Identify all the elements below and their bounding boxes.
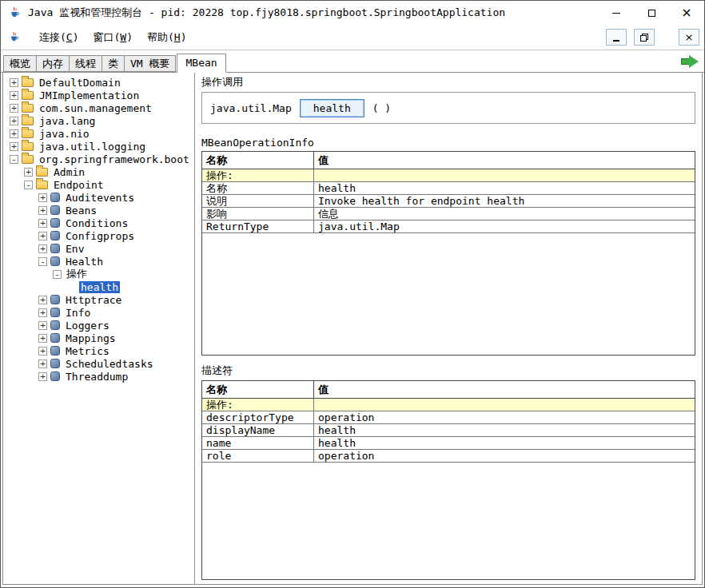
mbean-icon — [50, 371, 60, 381]
tree-item-jm-implementation[interactable]: +JMImplementation — [3, 89, 194, 101]
mbean-icon — [50, 218, 60, 228]
column-header[interactable]: 值 — [314, 381, 695, 398]
collapse-icon[interactable]: - — [53, 270, 62, 279]
table-row[interactable]: ReturnTypejava.util.Map — [202, 220, 695, 233]
expand-icon[interactable]: + — [38, 347, 47, 356]
menu-window[interactable]: 窗口(W) — [90, 29, 134, 46]
tab-memory[interactable]: 内存 — [36, 55, 70, 72]
expand-icon[interactable]: + — [38, 193, 47, 202]
row-name-cell: 说明 — [202, 195, 314, 207]
row-value-cell — [314, 399, 695, 411]
table-row[interactable]: namehealth — [202, 437, 695, 450]
table-row[interactable]: displayNamehealth — [202, 424, 695, 437]
tree-item-env[interactable]: +Env — [3, 242, 194, 255]
mbean-icon — [50, 346, 60, 356]
folder-icon — [22, 91, 34, 100]
tree-item-java-lang[interactable]: +java.lang — [3, 114, 194, 127]
tree-item-admin[interactable]: +Admin — [3, 165, 194, 178]
tree-item-health[interactable]: -Health — [3, 255, 194, 268]
frame-restore-button[interactable] — [634, 29, 655, 46]
descriptor-title: 描述符 — [201, 364, 695, 378]
tab-threads[interactable]: 线程 — [69, 55, 102, 72]
tree-item-loggers[interactable]: +Loggers — [3, 319, 194, 332]
collapse-icon[interactable]: - — [24, 181, 33, 189]
row-value-cell: health — [314, 182, 695, 194]
close-button[interactable]: × — [669, 1, 704, 25]
tree-item-httptrace[interactable]: +Httptrace — [3, 293, 194, 306]
expand-icon[interactable]: + — [38, 334, 47, 343]
tree-item-java-nio[interactable]: +java.nio — [3, 127, 194, 140]
expand-icon[interactable]: + — [10, 142, 18, 151]
expand-icon[interactable]: + — [38, 372, 47, 381]
expand-icon[interactable]: + — [38, 308, 47, 317]
tree-item-health-operation[interactable]: health — [3, 280, 194, 293]
maximize-button[interactable] — [634, 1, 669, 25]
table-row[interactable]: 操作: — [202, 399, 695, 411]
tree-item-metrics[interactable]: +Metrics — [3, 344, 194, 357]
expand-icon[interactable]: + — [38, 321, 47, 330]
collapse-icon[interactable]: - — [38, 257, 47, 266]
tab-vm-summary[interactable]: VM 概要 — [124, 55, 176, 72]
expand-icon[interactable]: + — [38, 219, 47, 228]
menu-bar: 连接(C)窗口(W)帮助(H) × — [1, 25, 704, 50]
table-row[interactable]: descriptorTypeoperation — [202, 411, 695, 424]
tab-overview[interactable]: 概览 — [3, 55, 37, 72]
expand-icon[interactable]: + — [38, 360, 47, 368]
tree-item-configprops[interactable]: +Configprops — [3, 229, 194, 242]
tree-item-conditions[interactable]: +Conditions — [3, 217, 194, 229]
tree-item-label: Info — [64, 307, 92, 319]
tree-item-label: JMImplementation — [38, 89, 141, 101]
tab-mbean[interactable]: MBean — [177, 54, 225, 73]
table-row[interactable]: 影响信息 — [202, 208, 695, 220]
folder-icon — [22, 142, 34, 151]
tree-item-mappings[interactable]: +Mappings — [3, 332, 194, 344]
tree-item-org-springframework-boot[interactable]: -org.springframework.boot — [3, 153, 194, 165]
menu-help[interactable]: 帮助(H) — [145, 29, 189, 46]
tree-item-info[interactable]: +Info — [3, 306, 194, 319]
row-value-cell: health — [314, 424, 695, 436]
mbean-icon — [50, 231, 60, 240]
expand-icon[interactable]: + — [38, 206, 47, 215]
column-header[interactable]: 值 — [314, 152, 695, 169]
minimize-button[interactable] — [599, 1, 634, 25]
tree-item-threaddump[interactable]: +Threaddump — [3, 370, 194, 383]
table-row[interactable]: 操作: — [202, 169, 695, 182]
expand-icon[interactable]: + — [38, 244, 47, 253]
tree-item-java-util-logging[interactable]: +java.util.logging — [3, 140, 194, 153]
tree-item-default-domain[interactable]: +DefaultDomain — [3, 76, 194, 89]
expand-icon[interactable]: + — [10, 104, 18, 113]
tree-item-label: Beans — [64, 205, 98, 217]
expand-icon[interactable]: + — [38, 296, 47, 304]
tree-item-label: java.nio — [38, 128, 91, 140]
tree-item-beans[interactable]: +Beans — [3, 204, 194, 217]
tree-item-label: Health — [64, 256, 105, 268]
collapse-icon[interactable]: - — [10, 155, 18, 164]
tree-item-operations[interactable]: -操作 — [3, 268, 194, 280]
tree-item-com-sun-management[interactable]: +com.sun.management — [3, 101, 194, 114]
tab-classes[interactable]: 类 — [102, 55, 125, 72]
expand-icon[interactable]: + — [24, 168, 33, 177]
invoke-health-button[interactable]: health — [300, 99, 364, 117]
frame-minimize-button[interactable] — [606, 29, 627, 46]
table-row[interactable]: 说明Invoke health for endpoint health — [202, 195, 695, 208]
tab-strip: 概览内存线程类VM 概要MBean — [3, 54, 225, 72]
expand-icon[interactable]: + — [10, 129, 18, 138]
expand-icon[interactable]: + — [38, 232, 47, 240]
window-controls: × — [599, 1, 704, 25]
menu-connection[interactable]: 连接(C) — [37, 29, 81, 46]
tree-item-endpoint[interactable]: -Endpoint — [3, 178, 194, 191]
tree-item-scheduledtasks[interactable]: +Scheduledtasks — [3, 357, 194, 370]
table-header-row: 名称值 — [202, 381, 695, 399]
column-header[interactable]: 名称 — [202, 381, 314, 398]
tree-item-auditevents[interactable]: +Auditevents — [3, 191, 194, 204]
frame-close-button[interactable]: × — [679, 29, 699, 46]
folder-icon — [36, 181, 48, 189]
table-row[interactable]: roleoperation — [202, 450, 695, 463]
column-header[interactable]: 名称 — [202, 152, 314, 169]
expand-icon[interactable]: + — [10, 91, 18, 100]
folder-icon — [22, 78, 34, 87]
frame-close-icon: × — [685, 32, 694, 42]
expand-icon[interactable]: + — [10, 78, 18, 87]
table-row[interactable]: 名称health — [202, 182, 695, 195]
expand-icon[interactable]: + — [10, 117, 18, 125]
